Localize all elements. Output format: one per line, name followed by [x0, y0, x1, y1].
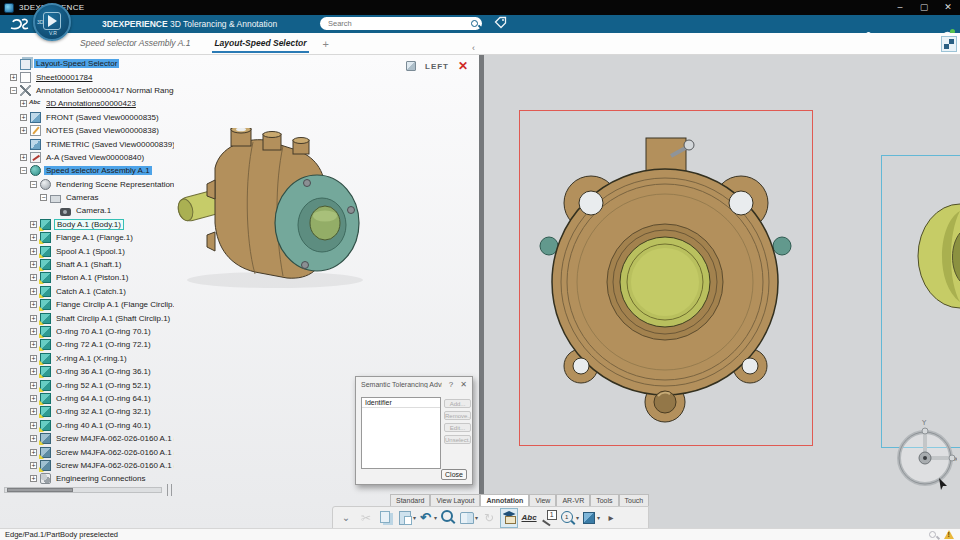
tree-item[interactable]: Engineering Connections: [4, 472, 174, 485]
dropdown-arrow-icon[interactable]: [597, 514, 600, 521]
tree-item[interactable]: Cameras: [4, 191, 174, 204]
tree-item[interactable]: O-ring 52 A.1 (O-ring 52.1): [4, 378, 174, 391]
paste-icon[interactable]: [397, 508, 416, 528]
more-tools-icon[interactable]: [602, 508, 620, 528]
document-tab[interactable]: Speed selector Assembly A.1: [78, 34, 192, 53]
actionbar-tab[interactable]: Annotation: [480, 494, 529, 506]
dialog-action-button[interactable]: Edit...: [444, 423, 471, 432]
dropdown-arrow-icon[interactable]: [576, 514, 579, 521]
update-icon[interactable]: [480, 508, 498, 528]
datum-target-icon[interactable]: [540, 508, 558, 528]
tree-item[interactable]: O-ring 70 A.1 (O-ring 70.1): [4, 325, 174, 338]
tree-expander-icon[interactable]: [20, 127, 27, 134]
identifier-column-header[interactable]: Identifier: [362, 398, 440, 408]
tree-expander-icon[interactable]: [20, 167, 27, 174]
tree-item[interactable]: O-ring 40 A.1 (O-ring 40.1): [4, 419, 174, 432]
tree-expander-icon[interactable]: [30, 408, 37, 415]
tree-expander-icon[interactable]: [30, 301, 37, 308]
tree-resize-grip[interactable]: [167, 484, 172, 496]
tree-expander-icon[interactable]: [10, 87, 17, 94]
status-search-icon[interactable]: [928, 530, 938, 540]
tree-expander-icon[interactable]: [20, 100, 27, 107]
zoom-icon[interactable]: [439, 508, 457, 528]
tree-expander-icon[interactable]: [30, 274, 37, 281]
tree-expander-icon[interactable]: [30, 315, 37, 322]
tree-item[interactable]: Flange Circlip A.1 (Flange Circlip.1): [4, 298, 174, 311]
view-manipulation-compass[interactable]: Y x: [893, 418, 957, 492]
tree-expander-icon[interactable]: [30, 234, 37, 241]
tree-expander-icon[interactable]: [30, 248, 37, 255]
identifier-list[interactable]: Identifier: [361, 397, 441, 469]
actionbar-tab[interactable]: Touch: [619, 494, 650, 506]
dialog-close-icon[interactable]: ✕: [460, 380, 467, 389]
tree-expander-icon[interactable]: [30, 288, 37, 295]
actionbar-tab[interactable]: AR-VR: [556, 494, 590, 506]
tree-expander-icon[interactable]: [30, 382, 37, 389]
tree-item[interactable]: Camera.1: [4, 204, 174, 217]
tree-item[interactable]: Screw M4JFA-062-026-0160 A.1 (DEMO: [4, 432, 174, 445]
tree-item[interactable]: Shaft A.1 (Shaft.1): [4, 258, 174, 271]
tree-horizontal-scrollbar[interactable]: [4, 487, 162, 493]
tolerancing-capture-icon[interactable]: [581, 508, 600, 528]
tree-item[interactable]: Shaft Circlip A.1 (Shaft Circlip.1): [4, 311, 174, 324]
flange-front-view[interactable]: [519, 110, 813, 446]
search-icon[interactable]: [469, 18, 481, 30]
expand-view-icon[interactable]: [941, 36, 957, 52]
tree-item[interactable]: Flange A.1 (Flange.1): [4, 231, 174, 244]
dialog-close-button[interactable]: Close: [441, 469, 467, 480]
tree-item[interactable]: O-ring 32 A.1 (O-ring 32.1): [4, 405, 174, 418]
tree-item[interactable]: A-A (Saved View00000840): [4, 151, 174, 164]
tree-expander-icon[interactable]: [30, 261, 37, 268]
tree-expander-icon[interactable]: [20, 114, 27, 121]
tree-item[interactable]: Piston A.1 (Piston.1): [4, 271, 174, 284]
tree-expander-icon[interactable]: [30, 341, 37, 348]
tree-item[interactable]: NOTES (Saved View00000838): [4, 124, 174, 137]
scrollbar-thumb[interactable]: [7, 488, 73, 492]
dialog-titlebar[interactable]: Semantic Tolerancing Advi... ? ✕: [356, 377, 472, 391]
tree-item[interactable]: Speed selector Assembly A.1: [4, 164, 174, 177]
tree-item[interactable]: Sheet00001784: [4, 70, 174, 83]
undo-icon[interactable]: [418, 508, 437, 528]
close-button[interactable]: ✕: [936, 0, 960, 15]
dialog-action-button[interactable]: Unselect...: [444, 435, 471, 444]
tree-item[interactable]: Spool A.1 (Spool.1): [4, 244, 174, 257]
tree-item[interactable]: X-ring A.1 (X-ring.1): [4, 352, 174, 365]
actionbar-tab[interactable]: View: [529, 494, 556, 506]
new-tab-button[interactable]: +: [323, 38, 329, 50]
tree-item[interactable]: Screw M4JFA-062-026-0160 A.1 (Screw: [4, 445, 174, 458]
tree-expander-icon[interactable]: [30, 355, 37, 362]
catalog-icon[interactable]: [459, 508, 478, 528]
speed-selector-3d-model[interactable]: [175, 128, 385, 293]
annotation-magnifier-icon[interactable]: [560, 508, 579, 528]
tree-item[interactable]: O-ring 64 A.1 (O-ring 64.1): [4, 392, 174, 405]
tree-expander-icon[interactable]: [30, 395, 37, 402]
semantic-tolerancing-advisor-icon[interactable]: [500, 508, 518, 528]
layout-sheet-viewport[interactable]: Y x: [484, 55, 960, 528]
tree-expander-icon[interactable]: [40, 194, 47, 201]
tree-expander-icon[interactable]: [20, 154, 27, 161]
tree-expander-icon[interactable]: [30, 435, 37, 442]
dropdown-arrow-icon[interactable]: [413, 514, 416, 521]
dialog-help-icon[interactable]: ?: [449, 380, 453, 389]
copy-icon[interactable]: [377, 508, 395, 528]
tag-icon[interactable]: [494, 16, 507, 29]
dropdown-arrow-icon[interactable]: [434, 514, 437, 521]
cut-icon[interactable]: [357, 508, 375, 528]
actionbar-tab[interactable]: Standard: [390, 494, 430, 506]
spool-side-view[interactable]: [910, 203, 960, 313]
tree-item[interactable]: Screw M4JFA-062-026-0160 A.1 (Screw: [4, 459, 174, 472]
dialog-action-button[interactable]: Add...: [444, 399, 471, 408]
tree-expander-icon[interactable]: [30, 368, 37, 375]
tree-expander-icon[interactable]: [30, 449, 37, 456]
tree-expander-icon[interactable]: [30, 328, 37, 335]
actionbar-tab[interactable]: Tools: [590, 494, 618, 506]
tree-expander-icon[interactable]: [10, 74, 17, 81]
tree-item[interactable]: O-ring 36 A.1 (O-ring 36.1): [4, 365, 174, 378]
tree-item[interactable]: FRONT (Saved View00000835): [4, 111, 174, 124]
collapse-actionbar-icon[interactable]: [337, 508, 355, 528]
dialog-action-button[interactable]: Remove...: [444, 411, 471, 420]
text-annotation-icon[interactable]: [520, 508, 538, 528]
warning-icon[interactable]: [944, 530, 954, 539]
tree-item[interactable]: 3D Annotations00000423: [4, 97, 174, 110]
actionbar-tab[interactable]: View Layout: [430, 494, 480, 506]
